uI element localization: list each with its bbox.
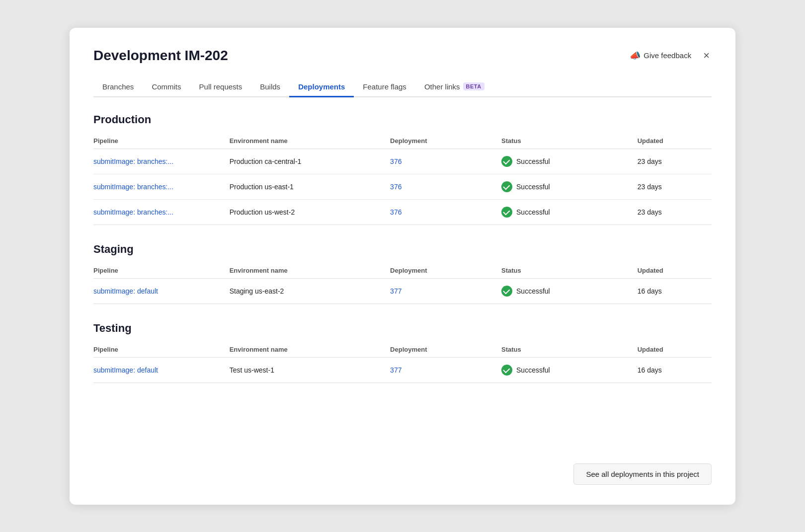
feedback-button[interactable]: 📣 Give feedback: [630, 50, 691, 61]
section-production: ProductionPipelineEnvironment nameDeploy…: [93, 113, 712, 225]
see-all-deployments-button[interactable]: See all deployments in this project: [573, 463, 712, 485]
updated-cell: 23 days: [638, 174, 712, 199]
success-icon: [501, 181, 512, 192]
table-row: submitImage: branches:...Production ca-c…: [93, 149, 712, 174]
status-text: Successful: [516, 183, 550, 191]
updated-cell: 23 days: [638, 199, 712, 225]
col-header-status: Status: [501, 133, 638, 149]
deployment-link[interactable]: 377: [390, 287, 402, 295]
pipeline-link[interactable]: submitImage: default: [93, 366, 158, 374]
tab-feature-flags[interactable]: Feature flags: [354, 77, 415, 97]
table-testing: PipelineEnvironment nameDeploymentStatus…: [93, 342, 712, 383]
tab-other-links[interactable]: Other links BETA: [415, 77, 493, 97]
beta-badge: BETA: [463, 82, 484, 90]
tab-pull-requests-label: Pull requests: [199, 82, 242, 91]
section-title-production: Production: [93, 113, 712, 126]
updated-cell: 23 days: [638, 149, 712, 174]
col-header-deployment: Deployment: [390, 263, 501, 279]
pipeline-link[interactable]: submitImage: branches:...: [93, 208, 173, 216]
table-row: submitImage: defaultTest us-west-1377Suc…: [93, 357, 712, 382]
col-header-updated: Updated: [638, 263, 712, 279]
see-all-label: See all deployments in this project: [586, 470, 699, 478]
pipeline-link[interactable]: submitImage: branches:...: [93, 157, 173, 165]
deployment-link[interactable]: 377: [390, 366, 402, 374]
env-name-cell: Production ca-central-1: [230, 149, 390, 174]
status-text: Successful: [516, 287, 550, 295]
deployment-link[interactable]: 376: [390, 183, 402, 191]
col-header-env_name: Environment name: [230, 133, 390, 149]
pipeline-link[interactable]: submitImage: branches:...: [93, 183, 173, 191]
col-header-status: Status: [501, 342, 638, 358]
col-header-status: Status: [501, 263, 638, 279]
tab-deployments-label: Deployments: [298, 82, 345, 91]
table-row: submitImage: branches:...Production us-w…: [93, 199, 712, 225]
status-cell: Successful: [501, 365, 632, 376]
tab-branches[interactable]: Branches: [93, 77, 143, 97]
env-name-cell: Test us-west-1: [230, 357, 390, 382]
table-row: submitImage: branches:...Production us-e…: [93, 174, 712, 199]
success-icon: [501, 207, 512, 218]
tab-commits-label: Commits: [152, 82, 181, 91]
tab-other-links-label: Other links: [424, 82, 460, 91]
col-header-pipeline: Pipeline: [93, 342, 230, 358]
tab-branches-label: Branches: [102, 82, 134, 91]
section-testing: TestingPipelineEnvironment nameDeploymen…: [93, 322, 712, 383]
col-header-deployment: Deployment: [390, 133, 501, 149]
tab-commits[interactable]: Commits: [143, 77, 190, 97]
header-actions: 📣 Give feedback ×: [630, 49, 712, 62]
tab-builds-label: Builds: [260, 82, 280, 91]
updated-cell: 16 days: [638, 278, 712, 304]
status-text: Successful: [516, 157, 550, 165]
col-header-deployment: Deployment: [390, 342, 501, 358]
success-icon: [501, 156, 512, 167]
env-name-cell: Production us-east-1: [230, 174, 390, 199]
col-header-env_name: Environment name: [230, 263, 390, 279]
tab-feature-flags-label: Feature flags: [363, 82, 406, 91]
status-cell: Successful: [501, 286, 632, 297]
table-production: PipelineEnvironment nameDeploymentStatus…: [93, 133, 712, 225]
footer: See all deployments in this project: [93, 456, 712, 485]
env-name-cell: Staging us-east-2: [230, 278, 390, 304]
status-cell: Successful: [501, 156, 632, 167]
section-title-staging: Staging: [93, 243, 712, 256]
col-header-updated: Updated: [638, 342, 712, 358]
pipeline-link[interactable]: submitImage: default: [93, 287, 158, 295]
tabs-nav: Branches Commits Pull requests Builds De…: [93, 77, 712, 97]
panel-header: Development IM-202 📣 Give feedback ×: [93, 48, 712, 64]
section-staging: StagingPipelineEnvironment nameDeploymen…: [93, 243, 712, 304]
col-header-updated: Updated: [638, 133, 712, 149]
success-icon: [501, 365, 512, 376]
deployment-link[interactable]: 376: [390, 208, 402, 216]
close-icon: ×: [703, 49, 710, 62]
col-header-env_name: Environment name: [230, 342, 390, 358]
table-staging: PipelineEnvironment nameDeploymentStatus…: [93, 263, 712, 304]
megaphone-icon: 📣: [630, 50, 641, 61]
status-text: Successful: [516, 208, 550, 216]
col-header-pipeline: Pipeline: [93, 263, 230, 279]
feedback-label: Give feedback: [644, 51, 691, 60]
tab-pull-requests[interactable]: Pull requests: [190, 77, 251, 97]
deployment-link[interactable]: 376: [390, 157, 402, 165]
updated-cell: 16 days: [638, 357, 712, 382]
table-row: submitImage: defaultStaging us-east-2377…: [93, 278, 712, 304]
status-cell: Successful: [501, 181, 632, 192]
success-icon: [501, 286, 512, 297]
tab-deployments[interactable]: Deployments: [289, 77, 354, 97]
tab-builds[interactable]: Builds: [251, 77, 289, 97]
env-name-cell: Production us-west-2: [230, 199, 390, 225]
col-header-pipeline: Pipeline: [93, 133, 230, 149]
panel-title: Development IM-202: [93, 48, 228, 64]
section-title-testing: Testing: [93, 322, 712, 335]
status-text: Successful: [516, 366, 550, 374]
status-cell: Successful: [501, 207, 632, 218]
close-button[interactable]: ×: [701, 49, 712, 62]
panel: Development IM-202 📣 Give feedback × Bra…: [70, 28, 735, 505]
sections-container: ProductionPipelineEnvironment nameDeploy…: [93, 113, 712, 401]
